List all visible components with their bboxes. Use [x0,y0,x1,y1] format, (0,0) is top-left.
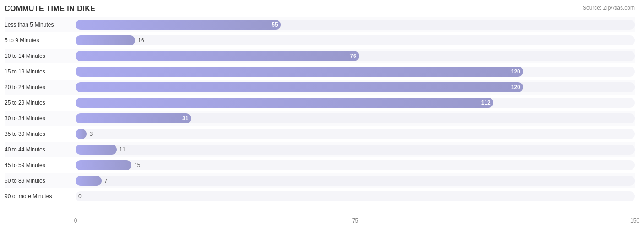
bar-value-label: 112 [481,100,491,106]
bar-track: 3 [76,129,635,139]
bar-label: 90 or more Minutes [5,193,76,200]
bar-track: 15 [76,160,635,170]
bar-fill [76,191,76,201]
bar-value-label: 76 [350,53,356,59]
bar-track: 0 [76,191,635,201]
chart-title: COMMUTE TIME IN DIKE [5,5,635,13]
bar-label: 30 to 34 Minutes [5,115,76,122]
x-tick-150: 150 [630,218,639,224]
chart-container: COMMUTE TIME IN DIKE Source: ZipAtlas.co… [0,0,644,240]
bar-value-label: 15 [134,162,140,168]
bar-track: 112 [76,98,635,108]
bar-value-label: 0 [78,193,82,200]
bar-row: 25 to 29 Minutes112 [5,95,635,110]
source-label: Source: ZipAtlas.com [583,5,635,11]
bar-row: 45 to 59 Minutes15 [5,158,635,173]
bar-value-label: 16 [138,37,144,44]
bar-fill: 55 [76,20,281,30]
bar-row: 35 to 39 Minutes3 [5,127,635,141]
bar-fill: 76 [76,51,359,61]
bar-fill: 31 [76,113,191,123]
bar-label: 45 to 59 Minutes [5,162,76,168]
bar-value-label: 31 [182,115,188,122]
bar-fill: 120 [76,67,523,77]
bar-track: 16 [76,35,635,45]
bar-row: 30 to 34 Minutes31 [5,111,635,126]
bar-label: 15 to 19 Minutes [5,68,76,75]
bar-value-label: 11 [120,146,126,153]
bar-label: 25 to 29 Minutes [5,100,76,106]
bar-fill: 112 [76,98,493,108]
bar-row: 90 or more Minutes0 [5,189,635,204]
bar-label: Less than 5 Minutes [5,22,76,28]
bar-value-label: 3 [89,131,93,137]
bar-track: 120 [76,67,635,77]
bar-track: 11 [76,145,635,155]
bar-fill [76,35,135,45]
bar-row: Less than 5 Minutes55 [5,17,635,32]
bar-label: 5 to 9 Minutes [5,37,76,44]
bar-value-label: 120 [511,68,520,75]
bar-row: 5 to 9 Minutes16 [5,33,635,48]
bar-row: 15 to 19 Minutes120 [5,64,635,79]
bar-label: 40 to 44 Minutes [5,146,76,153]
bar-fill [76,145,117,155]
bar-track: 120 [76,82,635,92]
bar-track: 55 [76,20,635,30]
bar-row: 40 to 44 Minutes11 [5,142,635,157]
x-tick-75: 75 [352,218,358,224]
bar-fill [76,129,87,139]
bar-fill [76,176,102,186]
bar-row: 20 to 24 Minutes120 [5,80,635,95]
bar-fill: 120 [76,82,523,92]
bar-label: 10 to 14 Minutes [5,53,76,59]
bar-label: 35 to 39 Minutes [5,131,76,137]
bar-value-label: 55 [272,22,278,28]
bar-row: 60 to 89 Minutes7 [5,173,635,188]
bar-label: 20 to 24 Minutes [5,84,76,90]
bar-value-label: 7 [104,178,108,184]
bars-area: Less than 5 Minutes555 to 9 Minutes1610 … [5,17,635,215]
bar-row: 10 to 14 Minutes76 [5,49,635,63]
bar-track: 31 [76,113,635,123]
bar-label: 60 to 89 Minutes [5,178,76,184]
x-tick-0: 0 [74,218,77,224]
bar-value-label: 120 [511,84,520,90]
bar-track: 7 [76,176,635,186]
bar-track: 76 [76,51,635,61]
bar-fill [76,160,131,170]
